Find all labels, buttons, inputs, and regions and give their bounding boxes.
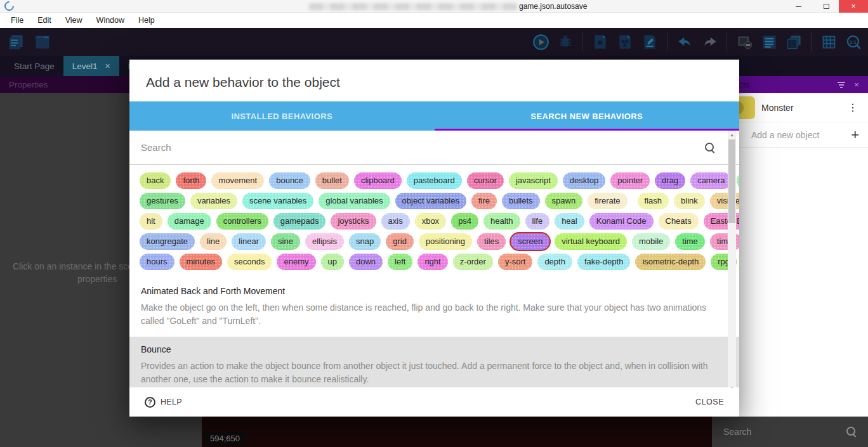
- project-manager-icon[interactable]: [5, 31, 27, 53]
- tag-chip-movement[interactable]: movement: [211, 172, 264, 189]
- tag-chip-object-variables[interactable]: object variables: [395, 193, 466, 209]
- tag-chip-enemy[interactable]: enemy: [277, 254, 315, 270]
- maximize-button[interactable]: [816, 0, 836, 13]
- tag-chip-fire[interactable]: fire: [471, 193, 497, 209]
- minimize-button[interactable]: [788, 0, 808, 13]
- tag-chip-spawn[interactable]: spawn: [545, 193, 583, 209]
- tag-chip-scene-variables[interactable]: scene variables: [242, 193, 313, 209]
- tag-chip-bullets[interactable]: bullets: [502, 193, 540, 209]
- new-object-icon[interactable]: [589, 31, 611, 53]
- tag-chip-forth[interactable]: forth: [176, 172, 206, 189]
- scrollbar-thumb[interactable]: [728, 139, 735, 223]
- scroll-up-icon[interactable]: ▲: [728, 133, 736, 137]
- tag-chip-damage[interactable]: damage: [168, 213, 211, 230]
- tab-level1[interactable]: Level1×: [63, 56, 119, 76]
- tag-chip-controllers[interactable]: controllers: [216, 213, 268, 230]
- tag-chip-tiles[interactable]: tiles: [477, 233, 506, 250]
- tab-close-icon[interactable]: ×: [105, 61, 110, 71]
- tag-chip-axis[interactable]: axis: [381, 213, 410, 230]
- tag-chip-sine[interactable]: sine: [271, 233, 300, 250]
- objects-search-input[interactable]: [723, 427, 825, 437]
- tag-chip-virtual-keyboard[interactable]: virtual keyboard: [555, 233, 627, 250]
- tag-chip-positioning[interactable]: positioning: [419, 233, 472, 250]
- tag-chip-hours[interactable]: hours: [140, 254, 174, 270]
- tag-chip-scroll[interactable]: scroll: [737, 172, 739, 189]
- tag-chip-screen[interactable]: screen: [511, 233, 549, 250]
- dialog-scrollbar[interactable]: ▲ ▼: [728, 131, 736, 387]
- tag-chip-joysticks[interactable]: joysticks: [331, 213, 376, 230]
- close-panel-icon[interactable]: ×: [854, 80, 859, 89]
- tag-chip-blink[interactable]: blink: [674, 193, 705, 209]
- tag-chip-camera[interactable]: camera: [690, 172, 732, 189]
- instances-list-icon[interactable]: [758, 31, 780, 53]
- tab-start-page[interactable]: Start Page: [5, 56, 63, 76]
- tag-chip-desktop[interactable]: desktop: [563, 172, 606, 189]
- tag-chip-health[interactable]: health: [483, 213, 520, 230]
- mask-icon[interactable]: [733, 31, 755, 53]
- start-page-icon[interactable]: [32, 31, 53, 53]
- tag-chip-gestures[interactable]: gestures: [140, 193, 185, 209]
- tag-chip-pasteboard[interactable]: pasteboard: [407, 172, 462, 189]
- tag-chip-xbox[interactable]: xbox: [415, 213, 446, 230]
- menu-view[interactable]: View: [58, 14, 89, 27]
- new-group-icon[interactable]: [614, 31, 636, 53]
- dialog-tab-installed-behaviors[interactable]: INSTALLED BEHAVIORS: [129, 101, 435, 131]
- tag-chip-snap[interactable]: snap: [349, 233, 381, 250]
- tag-chip-time[interactable]: time: [675, 233, 705, 250]
- tag-chip-hit[interactable]: hit: [140, 213, 162, 230]
- tag-chip-firerate[interactable]: firerate: [588, 193, 627, 209]
- tag-chip-depth[interactable]: depth: [537, 254, 572, 270]
- menu-help[interactable]: Help: [131, 14, 162, 27]
- layers-icon[interactable]: [783, 31, 805, 53]
- scroll-down-icon[interactable]: ▼: [728, 385, 736, 387]
- tag-chip-ps4[interactable]: ps4: [451, 213, 478, 230]
- tag-chip-heal[interactable]: heal: [555, 213, 584, 230]
- tag-chip-bounce[interactable]: bounce: [269, 172, 310, 189]
- close-window-button[interactable]: ×: [839, 0, 868, 13]
- tag-chip-drag[interactable]: drag: [655, 172, 685, 189]
- tag-chip-right[interactable]: right: [418, 254, 447, 270]
- tag-chip-clipboard[interactable]: clipboard: [354, 172, 402, 189]
- tag-chip-global-variables[interactable]: global variables: [319, 193, 390, 209]
- tag-chip-variables[interactable]: variables: [190, 193, 237, 209]
- behavior-item-bounce[interactable]: BounceProvides an action to make the obj…: [129, 337, 739, 387]
- behavior-item-animated-back-and-forth-movement[interactable]: Animated Back and Forth MovementMake the…: [129, 278, 739, 337]
- tag-chip-pointer[interactable]: pointer: [610, 172, 650, 189]
- undo-icon[interactable]: [674, 31, 695, 53]
- tag-chip-life[interactable]: life: [525, 213, 550, 230]
- tag-chip-cheats[interactable]: Cheats: [659, 213, 699, 230]
- tag-chip-gamepads[interactable]: gamepads: [273, 213, 326, 230]
- menu-window[interactable]: Window: [89, 14, 131, 27]
- preview-play-icon[interactable]: [530, 31, 551, 53]
- tag-chip-z-order[interactable]: z-order: [453, 254, 493, 270]
- tag-chip-kongregate[interactable]: kongregate: [140, 233, 195, 250]
- tag-chip-y-sort[interactable]: y-sort: [498, 254, 533, 270]
- tag-chip-left[interactable]: left: [388, 254, 412, 270]
- behavior-search-input[interactable]: [141, 142, 648, 153]
- tag-chip-mobile[interactable]: mobile: [632, 233, 670, 250]
- tag-chip-line[interactable]: line: [200, 233, 227, 250]
- tag-chip-up[interactable]: up: [321, 254, 344, 270]
- tag-chip-back[interactable]: back: [140, 172, 171, 189]
- tag-chip-flash[interactable]: flash: [638, 193, 669, 209]
- tag-chip-grid[interactable]: grid: [386, 233, 414, 250]
- tag-chip-down[interactable]: down: [349, 254, 383, 270]
- debug-icon[interactable]: [555, 31, 576, 53]
- tag-chip-cursor[interactable]: cursor: [467, 172, 504, 189]
- edit-scene-icon[interactable]: [639, 31, 661, 53]
- tag-chip-bullet[interactable]: bullet: [315, 172, 349, 189]
- tag-chip-isometric-depth[interactable]: isometric-depth: [635, 254, 706, 270]
- more-vert-icon[interactable]: ⋮: [848, 101, 858, 113]
- tag-chip-fake-depth[interactable]: fake-depth: [577, 254, 630, 270]
- filter-icon[interactable]: [838, 82, 845, 88]
- dialog-tab-search-new-behaviors[interactable]: SEARCH NEW BEHAVIORS: [435, 101, 740, 131]
- close-dialog-button[interactable]: CLOSE: [695, 398, 724, 406]
- menu-edit[interactable]: Edit: [30, 14, 58, 27]
- tag-chip-minutes[interactable]: minutes: [180, 254, 223, 270]
- help-button[interactable]: ? HELP: [145, 397, 182, 408]
- tag-chip-linear[interactable]: linear: [232, 233, 266, 250]
- tag-chip-konami-code[interactable]: Konami Code: [589, 213, 654, 230]
- tag-chip-javascript[interactable]: javascript: [509, 172, 558, 189]
- redo-icon[interactable]: [699, 31, 720, 53]
- zoom-original-icon[interactable]: 1:1: [843, 31, 864, 53]
